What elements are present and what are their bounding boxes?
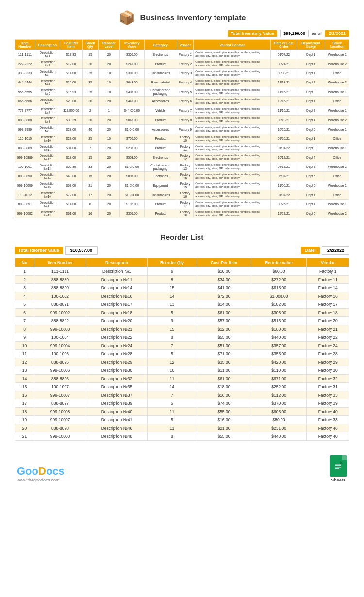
table-cell: Accessories (144, 97, 177, 106)
table-cell: $11.00 (197, 366, 251, 375)
table-cell: Description №24 (86, 342, 148, 350)
table-cell: Container and packaging (144, 162, 177, 171)
table-cell: $357.00 (251, 342, 307, 350)
table-cell: 100-1007 (34, 383, 86, 391)
table-cell: 08/19/21 (271, 162, 297, 171)
table-cell: Dept 1 (297, 134, 325, 143)
table-row: 777-7777Description №7$22,800.0021$44,00… (15, 106, 349, 115)
table-cell: Description №16 (35, 190, 60, 199)
table-cell: Factory 30 (307, 366, 349, 375)
table-cell: 888-8890 (15, 171, 35, 181)
table-cell: Dept 6 (297, 209, 325, 218)
table-cell: 11/06/21 (271, 181, 297, 190)
table-cell: $74.00 (197, 399, 251, 408)
table-cell: Office (325, 68, 349, 78)
table-cell: $21.00 (197, 424, 251, 432)
table-cell: $503.00 (120, 153, 144, 162)
table-cell: 999-10008 (34, 432, 86, 441)
table-row: 16999-10007Description №377$16.00$112.00… (15, 391, 349, 399)
table-cell: 999-10082 (15, 209, 35, 218)
table-cell: Description №18 (86, 309, 148, 317)
col-vendor-contact: Vendor Contact (194, 40, 271, 50)
table-cell: 25 (83, 87, 99, 97)
table-cell: 20 (98, 162, 119, 171)
table-cell: Factory 17 (307, 300, 349, 309)
table-cell: Product (144, 115, 177, 124)
table-cell: $18.00 (60, 153, 82, 162)
table-cell: $16.00 (60, 78, 82, 87)
reorder-date-label: Date: (301, 247, 320, 254)
table-cell: Product (144, 59, 177, 68)
table-cell: 20 (98, 59, 119, 68)
reorder-table: No Item Number Description Reorder Qty C… (15, 258, 349, 441)
table-cell: $1,695.00 (120, 162, 144, 171)
table-cell: 20 (98, 125, 119, 134)
table-cell: 13 (15, 366, 34, 375)
table-cell: $12.00 (197, 325, 251, 333)
table-cell: $305.00 (251, 309, 307, 317)
table-cell: 3 (15, 284, 34, 292)
table-row: 9100-1004Description №228$55.00$440.00Fa… (15, 333, 349, 342)
table-cell: Product (144, 209, 177, 218)
table-row: 13999-10006Description №3010$11.00$110.0… (15, 366, 349, 375)
table-cell: Vehicle (144, 106, 177, 115)
table-cell: 110-1010 (15, 134, 35, 143)
table-cell: 15 (15, 383, 34, 391)
table-cell: Product (144, 143, 177, 152)
table-cell: 888-8891 (15, 199, 35, 209)
table-cell: 11/16/21 (271, 106, 297, 115)
table-cell: Contact name, e-mail, phone and fax numb… (194, 199, 271, 209)
table-row: 18999-10008Description №4011$55.00$605.0… (15, 408, 349, 416)
table-cell: 8 (147, 276, 197, 284)
table-cell: $1,040.00 (120, 125, 144, 134)
table-cell: 888-8890 (34, 284, 86, 292)
table-cell: Factory 7 (177, 106, 193, 115)
table-cell: 999-10006 (34, 366, 86, 375)
table-cell: 999-10009 (15, 181, 35, 190)
table-cell: Warehouse 3 (325, 78, 349, 87)
table-cell: 17 (15, 399, 34, 408)
table-cell: Factory 29 (307, 358, 349, 366)
table-row: 110-1012Description №16$72.001720$1,224.… (15, 190, 349, 199)
table-cell: Description №46 (86, 424, 148, 432)
table-row: 999-10889Description №12$18.001520$503.0… (15, 153, 349, 162)
table-cell: 12/16/21 (271, 97, 297, 106)
table-cell: 9 (147, 317, 197, 325)
table-cell: $16.93 (60, 87, 82, 97)
svg-rect-2 (335, 465, 341, 466)
table-cell: Factory 24 (307, 342, 349, 350)
table-cell: 333-3333 (15, 68, 35, 78)
table-cell: Electronics (144, 153, 177, 162)
table-cell: 888-8891 (34, 300, 86, 309)
table-cell: 999-10007 (34, 391, 86, 399)
table-cell: 08/21/21 (271, 59, 297, 68)
table-cell: Equipment (144, 181, 177, 190)
table-cell: 10/12/21 (271, 153, 297, 162)
table-cell: $18.00 (197, 383, 251, 391)
table-cell: Factory 4 (177, 78, 193, 87)
table-cell: 17 (83, 190, 99, 199)
table-cell: $615.00 (251, 284, 307, 292)
table-cell: Factory 18 (177, 209, 193, 218)
table-cell: Description №2 (35, 59, 60, 68)
table-cell: $406.00 (120, 87, 144, 97)
table-cell: Factory 14 (307, 284, 349, 292)
table-cell: Dept 1 (297, 59, 325, 68)
table-cell: 999-10003 (34, 325, 86, 333)
table-cell: 888-8898 (34, 424, 86, 432)
table-row: 444-4444Description №4$16.003510$648.00R… (15, 78, 349, 87)
inventory-date: 2/1/2022 (325, 30, 349, 37)
table-cell: Product (144, 199, 177, 209)
table-row: 3888-8890Description №1415$41.00$615.00F… (15, 284, 349, 292)
table-cell: 10 (98, 87, 119, 97)
table-cell: Office (325, 190, 349, 199)
table-cell: Factory 1 (307, 267, 349, 276)
table-row: 1111-1111Description №16$10.00$60.00Fact… (15, 267, 349, 276)
table-cell: 12 (15, 358, 34, 366)
table-cell: 6 (147, 267, 197, 276)
table-cell: 20 (98, 190, 119, 199)
inventory-table-head: Item Number Description Cost Per Item St… (15, 40, 349, 50)
table-cell: $61.00 (197, 375, 251, 383)
table-cell: Dept 1 (297, 97, 325, 106)
table-cell: $16.00 (197, 416, 251, 424)
